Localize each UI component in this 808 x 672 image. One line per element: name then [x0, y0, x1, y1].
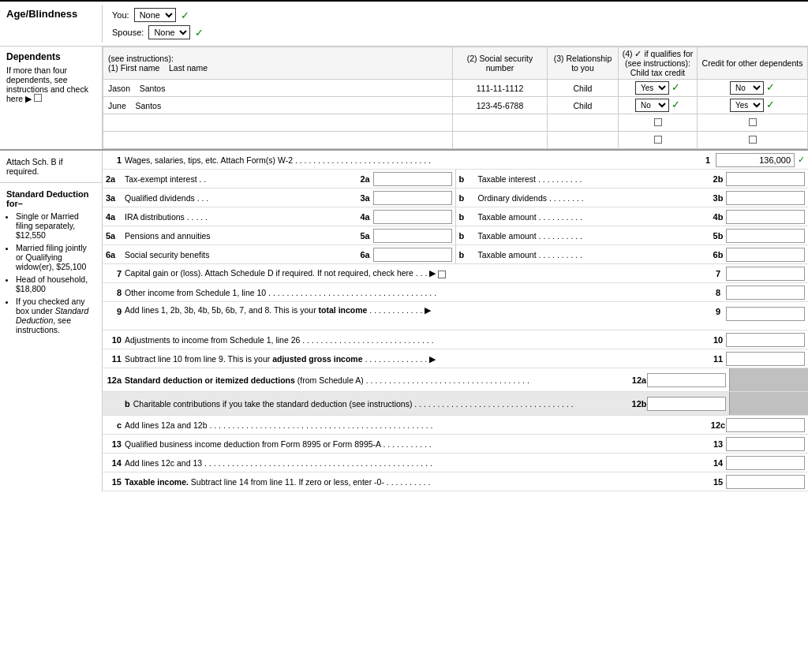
form-line-13: 13 Qualified business income deduction f… [103, 435, 808, 454]
line-label-12b: Charitable contributions if you take the… [133, 399, 631, 409]
line-input-4a[interactable] [373, 210, 452, 224]
line-input-12c[interactable] [726, 418, 805, 432]
line-label-10: Adjustments to income from Schedule 1, l… [125, 335, 710, 345]
line1-checkmark: ✓ [798, 155, 805, 165]
line-fieldnum-11: 11 [710, 354, 726, 364]
dep-child-credit-1[interactable]: YesNo [635, 81, 669, 95]
line-input-6b[interactable] [726, 248, 805, 262]
form-line-2: 2a Tax-exempt interest . . 2a b Taxable … [103, 170, 808, 189]
dep-child-credit-2[interactable]: NoYes [635, 99, 669, 112]
line-fieldnum-10: 10 [710, 335, 726, 345]
sidebar-standard-title: Standard Deduction for– [6, 189, 95, 208]
sidebar-item-married-jointly: Married filing jointly or Qualifying wid… [16, 243, 95, 271]
line-fieldnum-12c: 12c [710, 420, 726, 430]
line-label-3a: Qualified dividends . . . [125, 193, 357, 203]
line-input-10[interactable] [726, 333, 805, 347]
line-fieldnum-9: 9 [710, 307, 726, 316]
dep-lastname-2: Santos [135, 101, 161, 110]
line-fieldnum-2a: 2a [357, 174, 373, 184]
dep-check-2: ✓ [671, 99, 680, 110]
line-input-12a[interactable] [647, 373, 726, 387]
line-input-5a[interactable] [373, 229, 452, 243]
line-fieldnum-4a: 4a [357, 212, 373, 222]
line-label-11: Subtract line 10 from line 9. This is yo… [125, 354, 710, 364]
line-label-15: Taxable income. Subtract line 14 from li… [125, 477, 710, 487]
dep-firstname-1: Jason [108, 84, 130, 93]
dep-lastname-1: Santos [140, 84, 166, 93]
dep-other-credit-2[interactable]: YesNo [730, 99, 764, 112]
line-input-4b[interactable] [726, 210, 805, 224]
dep-col4b-header: Credit for other dependents [698, 47, 808, 80]
line-label-9: Add lines 1, 2b, 3b, 4b, 5b, 6b, 7, and … [125, 305, 710, 315]
line-input-3b[interactable] [726, 191, 805, 205]
line-fieldnum-13: 13 [710, 439, 726, 449]
line-input-12b[interactable] [647, 397, 726, 411]
line-input-15[interactable] [726, 475, 805, 489]
spouse-dropdown[interactable]: None [148, 25, 190, 39]
line-label-8: Other income from Schedule 1, line 10 . … [125, 288, 710, 297]
line-label-7: Capital gain or (loss). Attach Schedule … [125, 268, 710, 278]
form-line-12c: c Add lines 12a and 12b . . . . . . . . … [103, 416, 808, 435]
line-fieldnum-5b: 5b [710, 231, 726, 241]
line-num-4a: 4a [106, 212, 125, 222]
line-fieldnum-2b: 2b [710, 174, 726, 184]
form-line-10: 10 Adjustments to income from Schedule 1… [103, 330, 808, 349]
line-num-13: 13 [106, 439, 122, 449]
spouse-label: Spouse: [112, 28, 144, 37]
line-num-10: 10 [106, 335, 122, 345]
dep-ssn-1: 111-11-1112 [453, 80, 548, 97]
form-line-12b: b Charitable contributions if you take t… [103, 392, 808, 416]
dep-firstname-2: June [108, 101, 126, 110]
line-12a-gray [729, 368, 808, 391]
line-label-6a: Social security benefits [125, 250, 357, 259]
dep-other-credit-1[interactable]: NoYes [730, 81, 764, 95]
you-dropdown[interactable]: None [134, 8, 176, 22]
line-value-1: 136,000 [716, 153, 795, 167]
line-label-4a: IRA distributions . . . . . [125, 212, 357, 222]
line-input-9[interactable] [726, 307, 805, 321]
line-label-13: Qualified business income deduction from… [125, 439, 710, 449]
line-label-4b: Taxable amount . . . . . . . . . . [478, 212, 711, 222]
line-fieldnum-12b: 12b [631, 399, 647, 409]
dep-check-other-2: ✓ [766, 99, 775, 110]
line-input-14[interactable] [726, 456, 805, 470]
table-row: Jason Santos 111-11-1112 Child YesNo ✓ N… [103, 80, 808, 97]
line-fieldnum-15: 15 [710, 477, 726, 487]
dep-rel-1: Child [548, 80, 619, 97]
line-fieldnum-8: 8 [710, 288, 726, 297]
dep-check-other-1: ✓ [766, 81, 775, 93]
line-input-11[interactable] [726, 352, 805, 366]
line-fieldnum-6b: 6b [710, 250, 726, 259]
line-num-4b-b: b [459, 212, 478, 222]
line-label-6b: Taxable amount . . . . . . . . . . [478, 250, 711, 259]
line-input-8[interactable] [726, 286, 805, 300]
line-label-1: Wages, salaries, tips, etc. Attach Form(… [125, 155, 700, 165]
line-input-2b[interactable] [726, 172, 805, 186]
line-input-13[interactable] [726, 437, 805, 451]
spouse-checkmark: ✓ [195, 27, 204, 39]
line-label-3b: Ordinary dividends . . . . . . . . [478, 193, 711, 203]
line-fieldnum-3b: 3b [710, 193, 726, 203]
table-row: June Santos 123-45-6788 Child NoYes ✓ Ye… [103, 97, 808, 114]
line-12b-gray [729, 392, 808, 415]
table-row [103, 132, 808, 149]
line-label-5a: Pensions and annuities [125, 231, 357, 241]
line-input-7[interactable] [726, 267, 805, 281]
line-fieldnum-14: 14 [710, 458, 726, 468]
line-label-14: Add lines 12c and 13 . . . . . . . . . .… [125, 458, 710, 468]
line-label-5b: Taxable amount . . . . . . . . . . [478, 231, 711, 241]
line-input-3a[interactable] [373, 191, 452, 205]
line-num-2b-b: b [459, 174, 478, 184]
line-fieldnum-1: 1 [700, 155, 716, 165]
line-input-6a[interactable] [373, 248, 452, 262]
line-input-2a[interactable] [373, 172, 452, 186]
sidebar-attach-text: Attach Sch. B if required. [0, 151, 102, 183]
line-num-5a: 5a [106, 231, 125, 241]
line-fieldnum-3a: 3a [357, 193, 373, 203]
form-line-14: 14 Add lines 12c and 13 . . . . . . . . … [103, 454, 808, 472]
line-fieldnum-12a: 12a [631, 375, 647, 385]
line-fieldnum-4b: 4b [710, 212, 726, 222]
line-num-6a: 6a [106, 250, 125, 259]
dep-ssn-2: 123-45-6788 [453, 97, 548, 114]
line-input-5b[interactable] [726, 229, 805, 243]
